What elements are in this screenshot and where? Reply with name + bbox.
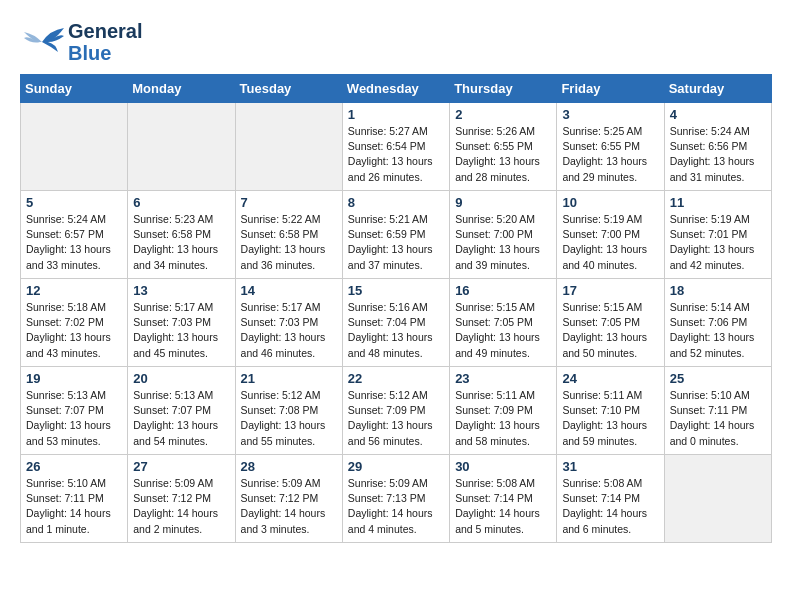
day-number: 6 [133, 195, 229, 210]
day-number: 8 [348, 195, 444, 210]
cell-info: Sunrise: 5:16 AMSunset: 7:04 PMDaylight:… [348, 300, 444, 361]
calendar-cell: 11Sunrise: 5:19 AMSunset: 7:01 PMDayligh… [664, 191, 771, 279]
day-number: 7 [241, 195, 337, 210]
day-number: 30 [455, 459, 551, 474]
day-number: 10 [562, 195, 658, 210]
calendar-cell: 6Sunrise: 5:23 AMSunset: 6:58 PMDaylight… [128, 191, 235, 279]
calendar-cell [128, 103, 235, 191]
calendar-cell: 25Sunrise: 5:10 AMSunset: 7:11 PMDayligh… [664, 367, 771, 455]
calendar-cell: 29Sunrise: 5:09 AMSunset: 7:13 PMDayligh… [342, 455, 449, 543]
cell-info: Sunrise: 5:08 AMSunset: 7:14 PMDaylight:… [455, 476, 551, 537]
week-row-1: 1Sunrise: 5:27 AMSunset: 6:54 PMDaylight… [21, 103, 772, 191]
cell-info: Sunrise: 5:10 AMSunset: 7:11 PMDaylight:… [670, 388, 766, 449]
day-number: 11 [670, 195, 766, 210]
calendar-cell: 23Sunrise: 5:11 AMSunset: 7:09 PMDayligh… [450, 367, 557, 455]
cell-info: Sunrise: 5:20 AMSunset: 7:00 PMDaylight:… [455, 212, 551, 273]
cell-info: Sunrise: 5:17 AMSunset: 7:03 PMDaylight:… [133, 300, 229, 361]
cell-info: Sunrise: 5:18 AMSunset: 7:02 PMDaylight:… [26, 300, 122, 361]
calendar-cell: 19Sunrise: 5:13 AMSunset: 7:07 PMDayligh… [21, 367, 128, 455]
calendar-cell: 8Sunrise: 5:21 AMSunset: 6:59 PMDaylight… [342, 191, 449, 279]
calendar-cell: 20Sunrise: 5:13 AMSunset: 7:07 PMDayligh… [128, 367, 235, 455]
day-number: 26 [26, 459, 122, 474]
day-number: 16 [455, 283, 551, 298]
cell-info: Sunrise: 5:19 AMSunset: 7:01 PMDaylight:… [670, 212, 766, 273]
calendar-header-row: SundayMondayTuesdayWednesdayThursdayFrid… [21, 75, 772, 103]
calendar-table: SundayMondayTuesdayWednesdayThursdayFrid… [20, 74, 772, 543]
header-saturday: Saturday [664, 75, 771, 103]
cell-info: Sunrise: 5:15 AMSunset: 7:05 PMDaylight:… [455, 300, 551, 361]
page-header: General Blue [20, 20, 772, 64]
cell-info: Sunrise: 5:12 AMSunset: 7:09 PMDaylight:… [348, 388, 444, 449]
logo-text-blue: Blue [68, 42, 142, 64]
day-number: 28 [241, 459, 337, 474]
cell-info: Sunrise: 5:14 AMSunset: 7:06 PMDaylight:… [670, 300, 766, 361]
day-number: 18 [670, 283, 766, 298]
day-number: 23 [455, 371, 551, 386]
cell-info: Sunrise: 5:12 AMSunset: 7:08 PMDaylight:… [241, 388, 337, 449]
day-number: 21 [241, 371, 337, 386]
calendar-cell: 26Sunrise: 5:10 AMSunset: 7:11 PMDayligh… [21, 455, 128, 543]
calendar-cell: 14Sunrise: 5:17 AMSunset: 7:03 PMDayligh… [235, 279, 342, 367]
day-number: 29 [348, 459, 444, 474]
calendar-cell: 13Sunrise: 5:17 AMSunset: 7:03 PMDayligh… [128, 279, 235, 367]
header-thursday: Thursday [450, 75, 557, 103]
cell-info: Sunrise: 5:27 AMSunset: 6:54 PMDaylight:… [348, 124, 444, 185]
day-number: 17 [562, 283, 658, 298]
header-monday: Monday [128, 75, 235, 103]
logo: General Blue [20, 20, 142, 64]
day-number: 25 [670, 371, 766, 386]
cell-info: Sunrise: 5:24 AMSunset: 6:57 PMDaylight:… [26, 212, 122, 273]
calendar-cell: 17Sunrise: 5:15 AMSunset: 7:05 PMDayligh… [557, 279, 664, 367]
calendar-cell: 31Sunrise: 5:08 AMSunset: 7:14 PMDayligh… [557, 455, 664, 543]
calendar-cell: 18Sunrise: 5:14 AMSunset: 7:06 PMDayligh… [664, 279, 771, 367]
day-number: 13 [133, 283, 229, 298]
calendar-cell: 10Sunrise: 5:19 AMSunset: 7:00 PMDayligh… [557, 191, 664, 279]
cell-info: Sunrise: 5:19 AMSunset: 7:00 PMDaylight:… [562, 212, 658, 273]
day-number: 2 [455, 107, 551, 122]
calendar-cell: 3Sunrise: 5:25 AMSunset: 6:55 PMDaylight… [557, 103, 664, 191]
day-number: 3 [562, 107, 658, 122]
calendar-cell: 5Sunrise: 5:24 AMSunset: 6:57 PMDaylight… [21, 191, 128, 279]
week-row-2: 5Sunrise: 5:24 AMSunset: 6:57 PMDaylight… [21, 191, 772, 279]
cell-info: Sunrise: 5:13 AMSunset: 7:07 PMDaylight:… [26, 388, 122, 449]
cell-info: Sunrise: 5:22 AMSunset: 6:58 PMDaylight:… [241, 212, 337, 273]
calendar-cell: 1Sunrise: 5:27 AMSunset: 6:54 PMDaylight… [342, 103, 449, 191]
cell-info: Sunrise: 5:09 AMSunset: 7:12 PMDaylight:… [133, 476, 229, 537]
week-row-4: 19Sunrise: 5:13 AMSunset: 7:07 PMDayligh… [21, 367, 772, 455]
cell-info: Sunrise: 5:09 AMSunset: 7:12 PMDaylight:… [241, 476, 337, 537]
calendar-cell: 9Sunrise: 5:20 AMSunset: 7:00 PMDaylight… [450, 191, 557, 279]
cell-info: Sunrise: 5:23 AMSunset: 6:58 PMDaylight:… [133, 212, 229, 273]
week-row-3: 12Sunrise: 5:18 AMSunset: 7:02 PMDayligh… [21, 279, 772, 367]
day-number: 9 [455, 195, 551, 210]
calendar-cell: 12Sunrise: 5:18 AMSunset: 7:02 PMDayligh… [21, 279, 128, 367]
logo-icon [20, 24, 64, 60]
logo-text-general: General [68, 20, 142, 42]
header-friday: Friday [557, 75, 664, 103]
calendar-cell: 21Sunrise: 5:12 AMSunset: 7:08 PMDayligh… [235, 367, 342, 455]
calendar-cell [235, 103, 342, 191]
day-number: 1 [348, 107, 444, 122]
calendar-cell: 7Sunrise: 5:22 AMSunset: 6:58 PMDaylight… [235, 191, 342, 279]
day-number: 15 [348, 283, 444, 298]
day-number: 24 [562, 371, 658, 386]
header-sunday: Sunday [21, 75, 128, 103]
cell-info: Sunrise: 5:11 AMSunset: 7:09 PMDaylight:… [455, 388, 551, 449]
cell-info: Sunrise: 5:25 AMSunset: 6:55 PMDaylight:… [562, 124, 658, 185]
calendar-cell: 15Sunrise: 5:16 AMSunset: 7:04 PMDayligh… [342, 279, 449, 367]
day-number: 19 [26, 371, 122, 386]
day-number: 12 [26, 283, 122, 298]
calendar-cell: 27Sunrise: 5:09 AMSunset: 7:12 PMDayligh… [128, 455, 235, 543]
day-number: 20 [133, 371, 229, 386]
calendar-cell: 24Sunrise: 5:11 AMSunset: 7:10 PMDayligh… [557, 367, 664, 455]
cell-info: Sunrise: 5:26 AMSunset: 6:55 PMDaylight:… [455, 124, 551, 185]
cell-info: Sunrise: 5:10 AMSunset: 7:11 PMDaylight:… [26, 476, 122, 537]
calendar-cell: 16Sunrise: 5:15 AMSunset: 7:05 PMDayligh… [450, 279, 557, 367]
day-number: 31 [562, 459, 658, 474]
header-wednesday: Wednesday [342, 75, 449, 103]
cell-info: Sunrise: 5:11 AMSunset: 7:10 PMDaylight:… [562, 388, 658, 449]
day-number: 22 [348, 371, 444, 386]
day-number: 27 [133, 459, 229, 474]
cell-info: Sunrise: 5:09 AMSunset: 7:13 PMDaylight:… [348, 476, 444, 537]
cell-info: Sunrise: 5:17 AMSunset: 7:03 PMDaylight:… [241, 300, 337, 361]
calendar-cell: 30Sunrise: 5:08 AMSunset: 7:14 PMDayligh… [450, 455, 557, 543]
